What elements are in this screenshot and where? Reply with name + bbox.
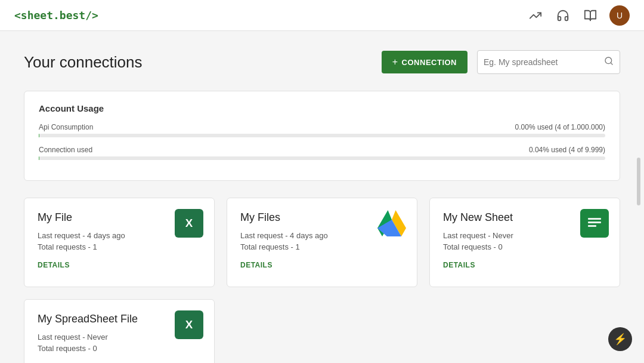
excel-icon: X — [175, 209, 203, 238]
excel-icon: X — [175, 310, 203, 339]
connection-card: My New Sheet Last request - Never Total … — [429, 198, 620, 287]
card-icon: X — [175, 310, 203, 339]
card-total-requests: Total requests - 0 — [443, 242, 606, 251]
book-icon[interactable] — [582, 7, 599, 24]
page-header: Your connections + CONNECTION — [24, 50, 620, 74]
svg-line-1 — [611, 63, 612, 64]
card-icon — [580, 209, 609, 238]
card-details-button[interactable]: DETAILS — [240, 261, 404, 269]
connection-used-label: Connection used — [39, 146, 92, 154]
plus-icon: + — [392, 57, 398, 67]
connection-used-row: Connection used 0.04% used (4 of 9.999) — [39, 146, 605, 160]
svg-rect-6 — [588, 222, 601, 223]
trend-icon[interactable] — [527, 7, 544, 24]
gsheets-icon — [580, 209, 609, 238]
card-details-button[interactable]: DETAILS — [443, 261, 606, 269]
page-title: Your connections — [24, 53, 143, 72]
brand-logo[interactable]: <sheet.best/> — [14, 9, 98, 21]
header-right: + CONNECTION — [382, 50, 620, 74]
svg-rect-7 — [588, 225, 596, 227]
headphone-icon[interactable] — [555, 7, 571, 24]
api-consumption-value: 0.00% used (4 of 1.000.000) — [515, 123, 605, 131]
search-input[interactable] — [484, 57, 604, 67]
avatar[interactable]: U — [609, 5, 630, 26]
usage-title: Account Usage — [39, 103, 605, 113]
card-icon — [377, 209, 406, 238]
card-details-button[interactable]: DETAILS — [38, 261, 201, 269]
navbar: <sheet.best/> U — [0, 0, 644, 31]
api-consumption-row: Api Consumption 0.00% used (4 of 1.000.0… — [39, 123, 605, 137]
card-total-requests: Total requests - 0 — [38, 344, 201, 353]
svg-rect-5 — [588, 218, 601, 220]
navbar-icons: U — [527, 5, 630, 26]
search-box — [477, 50, 620, 74]
connections-grid: My File X Last request - 4 days ago Tota… — [24, 198, 620, 363]
connection-card: My File X Last request - 4 days ago Tota… — [24, 198, 215, 287]
card-total-requests: Total requests - 1 — [240, 242, 404, 251]
search-icon[interactable] — [604, 56, 614, 68]
connection-card: My SpreadSheet File X Last request - Nev… — [24, 299, 215, 363]
fab-button[interactable]: ⚡ — [608, 327, 632, 351]
add-connection-button[interactable]: + CONNECTION — [382, 51, 467, 73]
scrollbar[interactable] — [637, 158, 640, 205]
svg-text:X: X — [185, 318, 193, 331]
gdrive-icon — [377, 209, 406, 238]
connection-used-bar-bg — [39, 156, 605, 160]
connection-used-value: 0.04% used (4 of 9.999) — [529, 146, 605, 154]
api-consumption-bar-bg — [39, 134, 605, 137]
main-content: Your connections + CONNECTION Account Us… — [0, 31, 644, 363]
card-icon: X — [175, 209, 203, 238]
api-consumption-label: Api Consumption — [39, 123, 93, 131]
card-total-requests: Total requests - 1 — [38, 242, 201, 251]
connection-card: My Files Last request - 4 days ago Total… — [227, 198, 417, 287]
connection-button-label: CONNECTION — [402, 58, 457, 67]
svg-text:X: X — [185, 217, 193, 229]
account-usage-card: Account Usage Api Consumption 0.00% used… — [24, 91, 620, 181]
